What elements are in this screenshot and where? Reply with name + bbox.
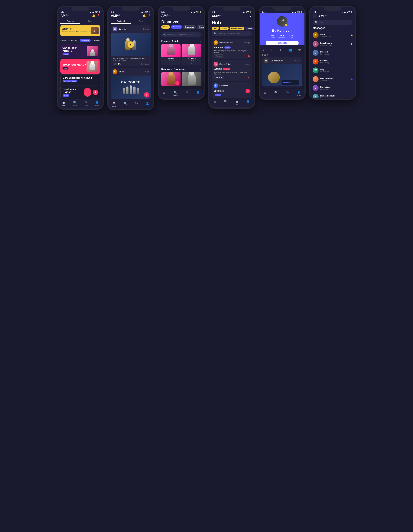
profile-post-date: 26.01.2021 — [293, 60, 301, 62]
sami-time: 34m ago — [143, 28, 149, 30]
music-tab-icon[interactable]: ♪ — [263, 48, 265, 52]
message-item-lana[interactable]: L Lana Lubany 3 message · 38m — [310, 40, 355, 48]
bell-icon-2[interactable]: 🔔 — [143, 14, 146, 17]
profile-post-bukolthoum: B Bu Kolthoum 26.01.2021 + — [262, 57, 302, 86]
shabjdeed-plus-btn[interactable]: + — [246, 89, 250, 93]
profile-avatar: 🎤 ✓ — [277, 16, 288, 27]
nav-home-4[interactable]: ⊞ — [213, 100, 216, 105]
amp-superscript-1: ed — [67, 14, 69, 16]
hub-chip-gigs[interactable]: Gigs — [212, 27, 219, 30]
tab-featured-2[interactable]: Featured — [111, 19, 131, 24]
location-icon-2[interactable]: 📍 — [148, 14, 151, 17]
chip-genres[interactable]: Genres — [197, 25, 203, 28]
messages-section-title: Messages — [310, 26, 355, 31]
nav-search-label-1: Search — [73, 105, 77, 106]
menna-bookmark[interactable]: 🔖 — [247, 76, 250, 79]
nav-search-4[interactable]: 🔍 — [224, 100, 228, 105]
battery-icon-1: 🔋 — [98, 11, 100, 13]
nav-profile-label-1: Profile — [95, 105, 99, 106]
producers-circle — [84, 88, 91, 97]
producers-browse-btn[interactable]: Browse — [63, 94, 69, 97]
hub-post-header-menna: M Menna El Kiey 5h ago — [213, 62, 250, 66]
filter-icon-4[interactable]: ▼ — [249, 15, 252, 18]
nav-hub-4[interactable]: ⊞ Hub — [236, 100, 238, 105]
chip-articles[interactable]: Articles — [69, 39, 79, 42]
elyanna-heart[interactable]: ♥ — [182, 62, 201, 65]
shop-tab-icon[interactable]: 🛍 — [298, 48, 301, 52]
nav-home-1[interactable]: ⊞ Home — [62, 101, 65, 106]
nav-profile-1[interactable]: 👤 Profile — [95, 101, 99, 106]
marwan-bookmark[interactable]: 🔖 — [247, 55, 250, 57]
hub-posts-area: M Marwan Moussa 56m ago Manager #hiring … — [210, 38, 254, 107]
sami-post-image: ▶ — [111, 33, 151, 56]
nav-search-2[interactable]: 🔍 — [124, 102, 127, 107]
cairokee-time: 1h ago — [144, 71, 149, 73]
marwan-role: Manager — [213, 46, 223, 48]
scroll-area-2: S Sami Akl 34m ago — [108, 24, 153, 109]
video-tab-icon[interactable]: ▶ — [280, 48, 282, 52]
edit-profile-btn[interactable]: Edit profile — [266, 41, 299, 45]
chip-artists[interactable]: Artists — [161, 25, 170, 28]
header-icons-1: 🔔 📍 — [92, 14, 100, 17]
message-item-dafencii[interactable]: D Dafencii Sent 56m ago — [310, 48, 355, 57]
nav-profile-2[interactable]: 👤 — [146, 102, 149, 107]
tabloids-btn[interactable]: Check The Tabloids — [63, 80, 77, 82]
menna-message-btn[interactable]: Message — [213, 76, 224, 79]
nav-profile-4[interactable]: 👤 — [246, 100, 250, 105]
tab-feed-1[interactable]: Feed — [80, 19, 100, 24]
marwan-message-btn[interactable]: Message — [213, 54, 224, 57]
hub-chip-collab[interactable]: Collaborations — [230, 27, 244, 30]
discover-search-bar[interactable]: 🔍 Search by artist, producer, genre, ... — [161, 32, 201, 37]
search-icon-messages: 🔍 — [315, 21, 318, 24]
time-6: 9:41 — [313, 11, 316, 13]
mousv-heart[interactable]: ♥ — [161, 62, 181, 65]
message-item-felukah[interactable]: F Felukah Sent 56m ago — [310, 57, 355, 66]
tab-featured-1[interactable]: Featured — [60, 19, 80, 24]
location-icon-1[interactable]: 📍 — [97, 14, 100, 17]
app-header-3: AMPed — [159, 13, 203, 19]
tab-feed-2[interactable]: Feed — [131, 19, 151, 24]
profile-avatar-wrap: 🎤 ✓ — [260, 15, 305, 28]
nav-search-1[interactable]: 🔍 Search — [73, 101, 77, 106]
profile-stats: 61 Tracks 265 Connections 1.7k Fans — [260, 33, 305, 40]
chip-featured[interactable]: Featured — [80, 39, 90, 42]
message-item-nadine[interactable]: N Nadine El Roubi Sent 1w ago — [310, 92, 355, 98]
dina-info: Dina El Wedidi 3 message · 2d — [320, 77, 349, 81]
shop-btn[interactable]: Shop — [62, 67, 68, 69]
vocalists-browse-btn[interactable]: Browse — [62, 53, 69, 55]
hub-post-menna: M Menna El Kiey 5h ago Lyricist #offerin… — [212, 60, 252, 81]
nav-shop-2[interactable]: 🛍 — [135, 102, 138, 107]
message-item-donia[interactable]: D Donia Wael Seen 1w ago — [310, 84, 355, 92]
dina-preview: 3 message · 2d — [320, 80, 349, 81]
message-item-afroto[interactable]: A Afroto 1 message · 2m — [310, 31, 355, 40]
nav-shop-1[interactable]: 🛍 Shop — [85, 101, 88, 106]
nav-home-2[interactable]: ⊞ Home — [112, 102, 116, 107]
hub-chip-events[interactable]: Events — [220, 27, 229, 30]
messages-search-bar[interactable]: 🔍 Search — [313, 20, 353, 25]
hub-chip-compet[interactable]: Competition — [245, 27, 254, 30]
filter-chips-1: News Articles Featured Trending — [58, 38, 103, 43]
grid-tab-icon[interactable]: ⊞ — [271, 48, 273, 52]
play-button-sami[interactable]: ▶ — [128, 41, 134, 48]
back-button[interactable]: ‹ — [313, 14, 317, 18]
chip-producers[interactable]: Producers — [171, 25, 182, 28]
connections-tab-icon[interactable]: 👥 — [288, 48, 292, 52]
chip-trending[interactable]: Trending — [92, 39, 102, 42]
cairokee-plus-btn[interactable]: + — [144, 92, 149, 97]
phone-1-device: 9:41 ▲▲▲ WiFi 🔋 AMPed 🔔 📍 Featured Fe — [57, 6, 104, 110]
message-item-dina[interactable]: D Dina El Wedidi 3 message · 2d — [310, 75, 355, 84]
message-item-wegz[interactable]: W Wegz Seen 1d ago — [310, 66, 355, 75]
producer-1-plus[interactable]: + — [175, 81, 179, 85]
bell-icon-1[interactable]: 🔔 — [92, 14, 95, 17]
featured-artists-arrow[interactable]: → — [199, 40, 201, 43]
chip-companies[interactable]: Companies — [183, 25, 196, 28]
amp-logo-2: AMPed — [111, 14, 120, 18]
hub-search-bar[interactable]: 🔍 Search by artist, position, event, ... — [212, 31, 252, 36]
hub-filter-chips: Gigs Events Collaborations Competition — [210, 27, 254, 31]
hub-post-header-shabjdeed: S Shabjdeed — [213, 84, 250, 88]
renowned-producers-arrow[interactable]: → — [199, 68, 201, 71]
phone-3-device: 9:41 ▲▲▲ WiFi 🔋 AMPed Discover Artists P… — [158, 6, 205, 100]
chip-news[interactable]: News — [60, 39, 68, 42]
producers-plus-btn[interactable]: + — [93, 90, 98, 95]
producers-text: Producers Digest Browse — [63, 88, 82, 97]
